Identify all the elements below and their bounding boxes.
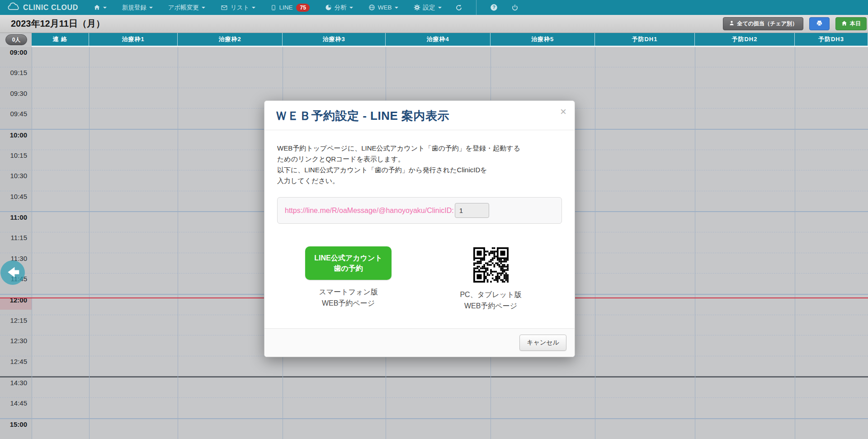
time-label: 09:45 <box>0 110 27 118</box>
nav-item-appointment-book-change[interactable]: アポ帳変更 <box>168 4 205 12</box>
analytics-icon <box>325 4 332 11</box>
close-icon[interactable]: × <box>560 106 566 117</box>
column-separator <box>595 47 595 439</box>
time-label: 12:00 <box>0 296 27 304</box>
time-row-1430[interactable]: 14:30 <box>0 376 868 397</box>
house-icon <box>841 20 847 28</box>
description-line: 入力してください。 <box>277 175 562 186</box>
cloud-icon <box>6 2 21 13</box>
svg-text:?: ? <box>492 5 495 10</box>
line-url-link[interactable]: https://line.me/R/oaMessage/@hanoyoyaku/… <box>285 207 454 215</box>
time-label: 09:30 <box>0 90 27 97</box>
column-separator <box>795 47 795 439</box>
time-row-0915[interactable]: 09:15 <box>0 67 868 87</box>
description-line: 以下に、LINE公式アカウント「歯の予約」から発行されたClinicIDを <box>277 165 562 175</box>
nav-item-line[interactable]: LINE75 <box>271 4 309 12</box>
arrow-left-icon <box>1 261 24 285</box>
nav-item-label: アポ帳変更 <box>168 4 199 12</box>
time-label: 14:45 <box>0 399 27 407</box>
nav-item-list[interactable]: リスト <box>221 4 255 12</box>
home-icon <box>94 4 100 11</box>
nav-item-analysis[interactable]: 分析 <box>325 4 353 12</box>
power-logout-button[interactable] <box>511 4 519 11</box>
caret-down-icon <box>252 7 255 9</box>
line-unread-badge: 75 <box>296 4 309 12</box>
caret-down-icon <box>438 7 442 9</box>
column-header-3: 治療枠2 <box>178 33 283 46</box>
refresh-button[interactable] <box>455 4 462 11</box>
nav-item-settings[interactable]: 設定 <box>414 4 442 12</box>
time-row-1445[interactable]: 14:45 <box>0 397 868 418</box>
time-label: 10:00 <box>0 131 27 139</box>
toolbar-buttons: 全ての担当（チェア別） 本日 <box>723 17 867 30</box>
nav-item-web[interactable]: WEB <box>368 4 398 11</box>
nav-item-label: 分析 <box>335 4 347 12</box>
description-line: ためのリンクとQRコードを表示します。 <box>277 154 562 165</box>
preview-columns: LINE公式アカウント 歯の予約 スマートフォン版 WEB予約ページ PC、タブ… <box>277 246 562 312</box>
print-button[interactable] <box>809 17 830 30</box>
navbar-divider <box>476 0 476 15</box>
caret-down-icon <box>202 7 205 9</box>
clinic-cloud-logo: CLINIC CLOUD <box>6 2 78 13</box>
line-official-account-button[interactable]: LINE公式アカウント 歯の予約 <box>305 246 391 280</box>
today-button[interactable]: 本日 <box>835 17 867 30</box>
column-separator <box>178 47 178 439</box>
previous-page-arrow-button[interactable] <box>0 260 25 285</box>
time-label: 10:45 <box>0 193 27 200</box>
time-label: 15:00 <box>0 420 27 428</box>
column-header-row: 0人 連 絡治療枠1治療枠2治療枠3治療枠4治療枠5予防DH1予防DH2予防DH… <box>0 33 868 47</box>
nav-item-home[interactable] <box>94 4 107 11</box>
column-header-9: 予防DH3 <box>795 33 868 46</box>
column-separator <box>695 47 695 439</box>
column-header-8: 予防DH2 <box>695 33 795 46</box>
nav-item-label: WEB <box>378 4 392 11</box>
line-url-panel: https://line.me/R/oaMessage/@hanoyoyaku/… <box>277 197 562 224</box>
time-label: 11:15 <box>0 234 27 241</box>
person-icon <box>729 20 735 28</box>
column-separator <box>89 47 90 439</box>
nav-item-label: リスト <box>231 4 249 12</box>
phone-icon <box>271 4 276 11</box>
clinic-id-input[interactable] <box>455 203 489 218</box>
help-button[interactable]: ? <box>490 4 498 11</box>
column-header-5: 治療枠4 <box>386 33 491 46</box>
column-header-1: 連 絡 <box>32 33 89 46</box>
caret-down-icon <box>149 7 153 9</box>
time-label: 11:00 <box>0 213 27 221</box>
qr-code-image <box>473 247 509 283</box>
nav-item-label: LINE <box>279 4 292 11</box>
time-label: 10:30 <box>0 172 27 179</box>
column-header-6: 治療枠5 <box>491 33 595 46</box>
time-row-1245[interactable]: 12:45 <box>0 356 868 376</box>
time-label: 09:15 <box>0 69 27 76</box>
all-staff-chair-button[interactable]: 全ての担当（チェア別） <box>723 17 803 30</box>
caret-down-icon <box>103 7 107 9</box>
clinic-cloud-app: CLINIC CLOUD 新規登録アポ帳変更リストLINE75分析WEB設定 ?… <box>0 0 868 439</box>
modal-body: WEB予約トップページに、LINE公式アカウント「歯の予約」を登録・起動する た… <box>264 130 575 328</box>
nav-menu: 新規登録アポ帳変更リストLINE75分析WEB設定 <box>94 4 442 12</box>
modal-title: ＷＥＢ予約設定 - LINE 案内表示 <box>275 109 449 123</box>
globe-icon <box>368 4 375 11</box>
smartphone-caption: スマートフォン版 WEB予約ページ <box>319 287 377 309</box>
patient-count-badge: 0人 <box>5 34 27 45</box>
time-label: 10:15 <box>0 151 27 159</box>
time-label: 12:30 <box>0 337 27 345</box>
date-toolbar: 2023年12月11日（月） 全ての担当（チェア別） 本日 <box>0 15 868 33</box>
time-label: 12:45 <box>0 358 27 365</box>
description-line: WEB予約トップページに、LINE公式アカウント「歯の予約」を登録・起動する <box>277 143 562 154</box>
logo-text: CLINIC CLOUD <box>23 4 78 12</box>
modal-footer: キャンセル <box>264 328 575 357</box>
time-row-1500[interactable]: 15:00 <box>0 418 868 439</box>
pc-tablet-preview-column: PC、タブレット版 WEB予約ページ <box>420 246 562 312</box>
nav-item-new-registration[interactable]: 新規登録 <box>122 4 153 12</box>
time-label: 09:00 <box>0 48 27 56</box>
modal-header: ＷＥＢ予約設定 - LINE 案内表示 × <box>264 101 575 130</box>
cancel-button[interactable]: キャンセル <box>519 335 566 351</box>
time-row-0900[interactable]: 09:00 <box>0 47 868 67</box>
column-header-7: 予防DH1 <box>595 33 695 46</box>
caret-down-icon <box>349 7 353 9</box>
nav-item-label: 新規登録 <box>122 4 146 12</box>
top-navbar: CLINIC CLOUD 新規登録アポ帳変更リストLINE75分析WEB設定 ? <box>0 0 868 15</box>
web-reservation-line-modal: ＷＥＢ予約設定 - LINE 案内表示 × WEB予約トップページに、LINE公… <box>264 100 575 357</box>
modal-description: WEB予約トップページに、LINE公式アカウント「歯の予約」を登録・起動する た… <box>277 143 562 186</box>
